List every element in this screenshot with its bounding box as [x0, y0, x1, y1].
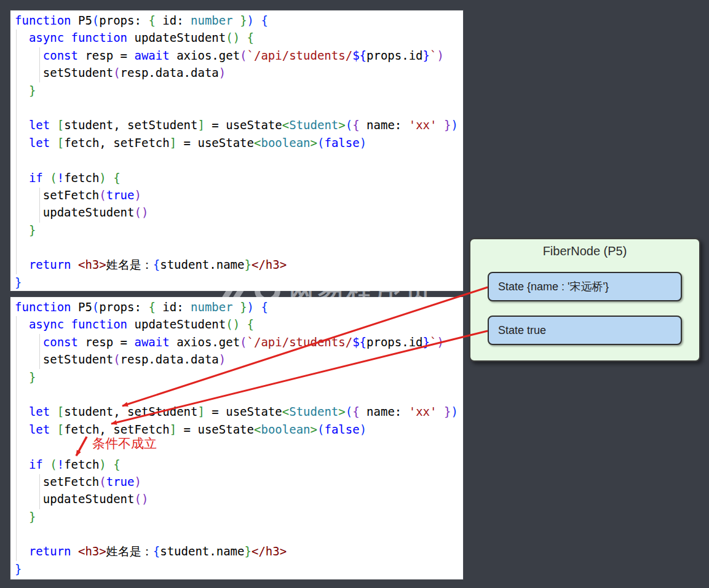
indent-guide: [16, 316, 17, 561]
code-line: let [student, setStudent] = useState<Stu…: [10, 403, 463, 420]
indent-guide: [39, 474, 40, 509]
condition-annotation: 条件不成立: [92, 435, 157, 452]
code-line: [10, 99, 463, 116]
indent-guide: [39, 47, 40, 82]
code-line: setStudent(resp.data.data): [10, 64, 463, 81]
indent-guide: [39, 334, 40, 369]
page-background: { "colors": { "page_background": "#3a3e4…: [0, 0, 709, 588]
code-line: setFetch(true): [10, 473, 463, 490]
code-line: return <h3>姓名是：{student.name}</h3>: [10, 542, 463, 560]
code-line: }: [10, 508, 463, 525]
code-line: const resp = await axios.get(`/api/stude…: [10, 47, 463, 64]
code-line: [10, 525, 463, 542]
state-box-name: State {name : '宋远桥'}: [488, 272, 682, 301]
code-line: }: [10, 82, 463, 99]
code-line: updateStudent(): [10, 204, 463, 221]
code-line: if (!fetch) {: [10, 456, 463, 473]
code-line: }: [10, 560, 463, 578]
code-line: return <h3>姓名是：{student.name}</h3>: [10, 256, 463, 273]
code-line: [10, 151, 463, 169]
code-line: }: [10, 274, 463, 291]
code-line: setFetch(true): [10, 186, 463, 204]
code-line: [10, 386, 463, 403]
code-line: if (!fetch) {: [10, 169, 463, 186]
state-box-fetch: State true: [488, 316, 682, 345]
code-line: let [student, setStudent] = useState<Stu…: [10, 116, 463, 133]
code-line: setStudent(resp.data.data): [10, 351, 463, 368]
code-line: function P5(props: { id: number }) {: [10, 12, 463, 29]
code-line: let [fetch, setFetch] = useState<boolean…: [10, 134, 463, 151]
code-line: let [fetch, setFetch] = useState<boolean…: [10, 421, 463, 438]
indent-guide: [39, 188, 40, 223]
code-line: }: [10, 368, 463, 386]
code-panel-bottom: function P5(props: { id: number }) { asy…: [10, 297, 463, 579]
code-line: }: [10, 221, 463, 239]
fiber-node-diagram: FiberNode (P5) State {name : '宋远桥'} Stat…: [469, 238, 700, 362]
fiber-node-title: FiberNode (P5): [470, 239, 699, 258]
code-line: async function updateStudent() {: [10, 29, 463, 46]
code-line: async function updateStudent() {: [10, 316, 463, 333]
code-line: updateStudent(): [10, 490, 463, 507]
code-panel-top: function P5(props: { id: number }) { asy…: [10, 10, 463, 291]
code-line: [10, 438, 463, 455]
code-line: [10, 239, 463, 256]
code-line: function P5(props: { id: number }) {: [10, 298, 463, 316]
code-line: const resp = await axios.get(`/api/stude…: [10, 333, 463, 351]
indent-guide: [16, 30, 17, 274]
